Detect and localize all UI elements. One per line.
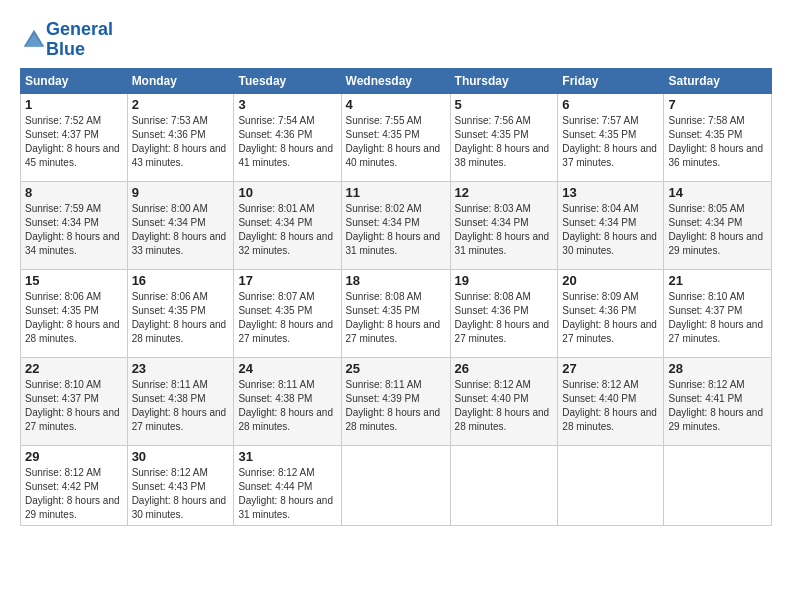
calendar-cell: 26 Sunrise: 8:12 AM Sunset: 4:40 PM Dayl… (450, 357, 558, 445)
calendar-cell: 9 Sunrise: 8:00 AM Sunset: 4:34 PM Dayli… (127, 181, 234, 269)
day-number: 26 (455, 361, 554, 376)
day-info: Sunrise: 8:06 AM Sunset: 4:35 PM Dayligh… (132, 290, 230, 346)
calendar-cell (664, 445, 772, 525)
calendar-cell: 21 Sunrise: 8:10 AM Sunset: 4:37 PM Dayl… (664, 269, 772, 357)
calendar-cell: 11 Sunrise: 8:02 AM Sunset: 4:34 PM Dayl… (341, 181, 450, 269)
day-info: Sunrise: 8:08 AM Sunset: 4:36 PM Dayligh… (455, 290, 554, 346)
day-info: Sunrise: 8:12 AM Sunset: 4:41 PM Dayligh… (668, 378, 767, 434)
calendar-cell (558, 445, 664, 525)
calendar-week-5: 29 Sunrise: 8:12 AM Sunset: 4:42 PM Dayl… (21, 445, 772, 525)
day-info: Sunrise: 8:10 AM Sunset: 4:37 PM Dayligh… (25, 378, 123, 434)
calendar-table: SundayMondayTuesdayWednesdayThursdayFrid… (20, 68, 772, 526)
logo: General Blue (20, 20, 113, 60)
day-info: Sunrise: 7:59 AM Sunset: 4:34 PM Dayligh… (25, 202, 123, 258)
day-info: Sunrise: 7:58 AM Sunset: 4:35 PM Dayligh… (668, 114, 767, 170)
day-info: Sunrise: 7:52 AM Sunset: 4:37 PM Dayligh… (25, 114, 123, 170)
calendar-week-1: 1 Sunrise: 7:52 AM Sunset: 4:37 PM Dayli… (21, 93, 772, 181)
main-container: General Blue SundayMondayTuesdayWednesda… (0, 0, 792, 536)
day-number: 25 (346, 361, 446, 376)
calendar-header-tuesday: Tuesday (234, 68, 341, 93)
day-info: Sunrise: 8:12 AM Sunset: 4:44 PM Dayligh… (238, 466, 336, 522)
day-info: Sunrise: 7:55 AM Sunset: 4:35 PM Dayligh… (346, 114, 446, 170)
day-number: 30 (132, 449, 230, 464)
day-number: 28 (668, 361, 767, 376)
day-number: 17 (238, 273, 336, 288)
calendar-cell: 7 Sunrise: 7:58 AM Sunset: 4:35 PM Dayli… (664, 93, 772, 181)
day-number: 19 (455, 273, 554, 288)
day-info: Sunrise: 7:57 AM Sunset: 4:35 PM Dayligh… (562, 114, 659, 170)
calendar-week-2: 8 Sunrise: 7:59 AM Sunset: 4:34 PM Dayli… (21, 181, 772, 269)
calendar-cell: 27 Sunrise: 8:12 AM Sunset: 4:40 PM Dayl… (558, 357, 664, 445)
logo-text: General Blue (46, 20, 113, 60)
day-number: 27 (562, 361, 659, 376)
day-info: Sunrise: 8:09 AM Sunset: 4:36 PM Dayligh… (562, 290, 659, 346)
day-info: Sunrise: 8:00 AM Sunset: 4:34 PM Dayligh… (132, 202, 230, 258)
calendar-cell: 20 Sunrise: 8:09 AM Sunset: 4:36 PM Dayl… (558, 269, 664, 357)
calendar-cell: 1 Sunrise: 7:52 AM Sunset: 4:37 PM Dayli… (21, 93, 128, 181)
calendar-cell: 22 Sunrise: 8:10 AM Sunset: 4:37 PM Dayl… (21, 357, 128, 445)
day-info: Sunrise: 7:56 AM Sunset: 4:35 PM Dayligh… (455, 114, 554, 170)
day-number: 29 (25, 449, 123, 464)
calendar-cell: 6 Sunrise: 7:57 AM Sunset: 4:35 PM Dayli… (558, 93, 664, 181)
day-info: Sunrise: 7:54 AM Sunset: 4:36 PM Dayligh… (238, 114, 336, 170)
day-info: Sunrise: 8:02 AM Sunset: 4:34 PM Dayligh… (346, 202, 446, 258)
calendar-cell: 19 Sunrise: 8:08 AM Sunset: 4:36 PM Dayl… (450, 269, 558, 357)
calendar-cell: 17 Sunrise: 8:07 AM Sunset: 4:35 PM Dayl… (234, 269, 341, 357)
day-number: 7 (668, 97, 767, 112)
day-number: 3 (238, 97, 336, 112)
day-number: 31 (238, 449, 336, 464)
calendar-header-sunday: Sunday (21, 68, 128, 93)
calendar-cell: 10 Sunrise: 8:01 AM Sunset: 4:34 PM Dayl… (234, 181, 341, 269)
calendar-header-row: SundayMondayTuesdayWednesdayThursdayFrid… (21, 68, 772, 93)
day-info: Sunrise: 8:11 AM Sunset: 4:39 PM Dayligh… (346, 378, 446, 434)
calendar-cell: 28 Sunrise: 8:12 AM Sunset: 4:41 PM Dayl… (664, 357, 772, 445)
day-info: Sunrise: 8:05 AM Sunset: 4:34 PM Dayligh… (668, 202, 767, 258)
day-info: Sunrise: 8:03 AM Sunset: 4:34 PM Dayligh… (455, 202, 554, 258)
day-info: Sunrise: 8:06 AM Sunset: 4:35 PM Dayligh… (25, 290, 123, 346)
day-info: Sunrise: 8:08 AM Sunset: 4:35 PM Dayligh… (346, 290, 446, 346)
calendar-cell: 3 Sunrise: 7:54 AM Sunset: 4:36 PM Dayli… (234, 93, 341, 181)
calendar-header-friday: Friday (558, 68, 664, 93)
calendar-header-saturday: Saturday (664, 68, 772, 93)
calendar-header-monday: Monday (127, 68, 234, 93)
day-number: 11 (346, 185, 446, 200)
calendar-header-thursday: Thursday (450, 68, 558, 93)
calendar-cell: 23 Sunrise: 8:11 AM Sunset: 4:38 PM Dayl… (127, 357, 234, 445)
day-number: 15 (25, 273, 123, 288)
calendar-cell: 31 Sunrise: 8:12 AM Sunset: 4:44 PM Dayl… (234, 445, 341, 525)
calendar-cell: 29 Sunrise: 8:12 AM Sunset: 4:42 PM Dayl… (21, 445, 128, 525)
day-info: Sunrise: 8:12 AM Sunset: 4:43 PM Dayligh… (132, 466, 230, 522)
day-number: 14 (668, 185, 767, 200)
calendar-cell: 5 Sunrise: 7:56 AM Sunset: 4:35 PM Dayli… (450, 93, 558, 181)
day-number: 21 (668, 273, 767, 288)
header: General Blue (20, 16, 772, 60)
day-number: 18 (346, 273, 446, 288)
calendar-cell: 4 Sunrise: 7:55 AM Sunset: 4:35 PM Dayli… (341, 93, 450, 181)
calendar-cell (341, 445, 450, 525)
calendar-cell (450, 445, 558, 525)
calendar-cell: 18 Sunrise: 8:08 AM Sunset: 4:35 PM Dayl… (341, 269, 450, 357)
calendar-cell: 15 Sunrise: 8:06 AM Sunset: 4:35 PM Dayl… (21, 269, 128, 357)
day-number: 20 (562, 273, 659, 288)
day-info: Sunrise: 8:12 AM Sunset: 4:42 PM Dayligh… (25, 466, 123, 522)
day-number: 10 (238, 185, 336, 200)
calendar-cell: 13 Sunrise: 8:04 AM Sunset: 4:34 PM Dayl… (558, 181, 664, 269)
day-number: 23 (132, 361, 230, 376)
day-number: 13 (562, 185, 659, 200)
calendar-cell: 2 Sunrise: 7:53 AM Sunset: 4:36 PM Dayli… (127, 93, 234, 181)
day-info: Sunrise: 8:12 AM Sunset: 4:40 PM Dayligh… (455, 378, 554, 434)
day-number: 16 (132, 273, 230, 288)
calendar-cell: 25 Sunrise: 8:11 AM Sunset: 4:39 PM Dayl… (341, 357, 450, 445)
calendar-cell: 16 Sunrise: 8:06 AM Sunset: 4:35 PM Dayl… (127, 269, 234, 357)
day-number: 9 (132, 185, 230, 200)
calendar-cell: 8 Sunrise: 7:59 AM Sunset: 4:34 PM Dayli… (21, 181, 128, 269)
day-number: 6 (562, 97, 659, 112)
calendar-week-4: 22 Sunrise: 8:10 AM Sunset: 4:37 PM Dayl… (21, 357, 772, 445)
day-info: Sunrise: 8:01 AM Sunset: 4:34 PM Dayligh… (238, 202, 336, 258)
day-number: 2 (132, 97, 230, 112)
day-info: Sunrise: 8:12 AM Sunset: 4:40 PM Dayligh… (562, 378, 659, 434)
day-info: Sunrise: 8:07 AM Sunset: 4:35 PM Dayligh… (238, 290, 336, 346)
day-number: 5 (455, 97, 554, 112)
day-info: Sunrise: 7:53 AM Sunset: 4:36 PM Dayligh… (132, 114, 230, 170)
calendar-cell: 14 Sunrise: 8:05 AM Sunset: 4:34 PM Dayl… (664, 181, 772, 269)
